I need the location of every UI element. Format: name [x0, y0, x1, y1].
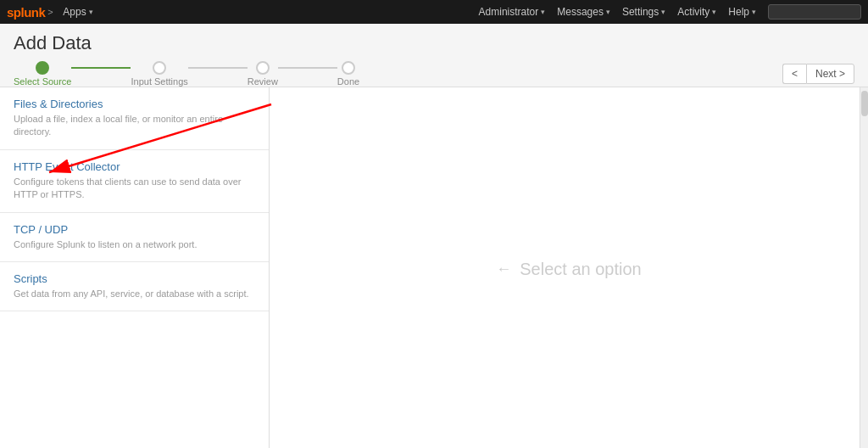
http-event-collector-title: HTTP Event Collector	[14, 160, 255, 173]
wizard-step-input-settings[interactable]: Input Settings	[131, 61, 187, 87]
main-content: Files & Directories Upload a file, index…	[0, 87, 868, 448]
sidebar-item-scripts[interactable]: Scripts Get data from any API, service, …	[0, 262, 269, 311]
search-input[interactable]	[768, 4, 861, 20]
scripts-desc: Get data from any API, service, or datab…	[14, 288, 255, 300]
splunk-gt: >	[47, 7, 53, 17]
step-connector-2	[188, 67, 248, 69]
wizard-step-select-source[interactable]: Select Source	[14, 61, 71, 87]
step-circle-done	[342, 61, 355, 75]
administrator-label: Administrator	[479, 6, 539, 18]
help-chevron: ▾	[752, 8, 756, 16]
step-label-input-settings: Input Settings	[131, 76, 187, 87]
nav-right: Administrator ▾ Messages ▾ Settings ▾ Ac…	[479, 4, 861, 20]
scripts-title: Scripts	[14, 272, 255, 285]
step-label-done: Done	[337, 76, 359, 87]
tcp-udp-desc: Configure Splunk to listen on a network …	[14, 238, 255, 251]
step-label-select-source: Select Source	[14, 76, 71, 87]
apps-label: Apps	[63, 6, 86, 18]
activity-label: Activity	[677, 6, 709, 18]
activity-chevron: ▾	[712, 8, 716, 16]
settings-chevron: ▾	[661, 8, 665, 16]
step-connector-1	[71, 67, 131, 69]
nav-item-apps[interactable]: Apps ▾	[63, 6, 92, 18]
sidebar-item-http-event-collector[interactable]: HTTP Event Collector Configure tokens th…	[0, 150, 269, 213]
nav-item-help[interactable]: Help ▾	[728, 6, 756, 18]
wizard-steps: Select Source Input Settings Review Done	[14, 61, 774, 87]
step-circle-select-source	[36, 61, 49, 75]
sidebar-item-files-directories[interactable]: Files & Directories Upload a file, index…	[0, 87, 269, 150]
messages-chevron: ▾	[606, 8, 610, 16]
step-circle-input-settings	[153, 61, 166, 75]
splunk-logo[interactable]: splunk>	[7, 5, 53, 20]
right-panel: ← Select an option	[270, 87, 868, 448]
nav-item-messages[interactable]: Messages ▾	[557, 6, 610, 18]
apps-chevron: ▾	[89, 8, 93, 16]
arrow-left-icon: ←	[496, 260, 511, 278]
files-directories-title: Files & Directories	[14, 98, 255, 110]
step-circle-review	[256, 61, 270, 75]
nav-item-activity[interactable]: Activity ▾	[677, 6, 716, 18]
scrollbar[interactable]	[860, 87, 868, 448]
administrator-chevron: ▾	[541, 8, 545, 16]
back-button[interactable]: <	[782, 64, 806, 84]
nav-item-administrator[interactable]: Administrator ▾	[479, 6, 546, 18]
wizard-nav-buttons: < Next >	[782, 64, 854, 84]
nav-left: splunk> Apps ▾	[7, 5, 93, 20]
select-option-placeholder: ← Select an option	[496, 260, 641, 279]
scrollbar-thumb	[861, 91, 868, 116]
next-button[interactable]: Next >	[806, 64, 854, 84]
step-connector-3	[278, 67, 337, 69]
page-header: Add Data Select Source Input Settings Re…	[0, 24, 868, 87]
nav-item-settings[interactable]: Settings ▾	[622, 6, 665, 18]
files-directories-desc: Upload a file, index a local file, or mo…	[14, 113, 255, 139]
wizard-bar: Select Source Input Settings Review Done…	[14, 61, 854, 87]
page-title: Add Data	[14, 32, 854, 54]
select-option-text: Select an option	[520, 260, 641, 279]
tcp-udp-title: TCP / UDP	[14, 223, 255, 236]
http-event-collector-desc: Configure tokens that clients can use to…	[14, 176, 255, 202]
messages-label: Messages	[557, 6, 604, 18]
top-navigation: splunk> Apps ▾ Administrator ▾ Messages …	[0, 0, 868, 24]
help-label: Help	[728, 6, 749, 18]
settings-label: Settings	[622, 6, 659, 18]
wizard-step-done[interactable]: Done	[337, 61, 359, 87]
wizard-step-review[interactable]: Review	[248, 61, 278, 87]
splunk-wordmark: splunk	[7, 5, 45, 20]
left-sidebar: Files & Directories Upload a file, index…	[0, 87, 270, 448]
sidebar-item-tcp-udp[interactable]: TCP / UDP Configure Splunk to listen on …	[0, 213, 269, 262]
step-label-review: Review	[248, 76, 278, 87]
